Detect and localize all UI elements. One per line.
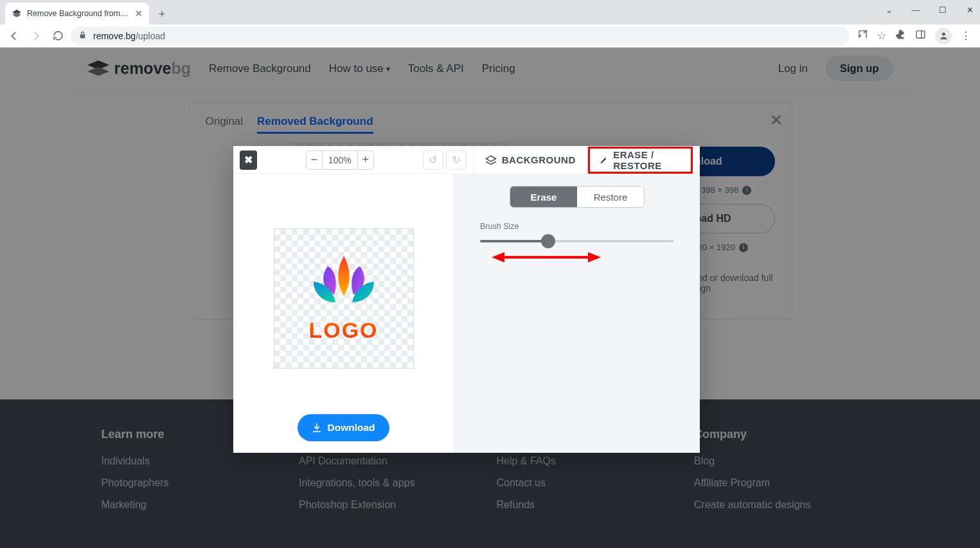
lotus-logo-graphic [296, 255, 392, 314]
minimize-icon[interactable]: ― [908, 5, 923, 15]
tool-panel: Erase Restore Brush Size [454, 174, 700, 453]
extensions-icon[interactable] [895, 29, 906, 42]
undo-button[interactable]: ↺ [423, 151, 443, 170]
tab-close-icon[interactable]: ✕ [135, 8, 143, 19]
toggle-restore[interactable]: Restore [577, 187, 644, 207]
svg-marker-8 [486, 156, 495, 161]
star-icon[interactable]: ☆ [877, 30, 886, 42]
chevron-down-icon[interactable]: ⌄ [881, 5, 896, 15]
kebab-menu-icon[interactable]: ⋮ [961, 30, 971, 42]
zoom-value: 100% [323, 151, 357, 170]
brush-icon [600, 154, 608, 166]
browser-tab[interactable]: Remove Background from Image ✕ [5, 3, 149, 24]
zoom-in-button[interactable]: + [357, 151, 374, 170]
layers-icon [485, 154, 497, 166]
brush-size-label: Brush Size [480, 222, 674, 231]
new-tab-button[interactable]: + [153, 5, 171, 23]
zoom-controls: − 100% + [306, 151, 374, 170]
editor-modal: ✖ − 100% + ↺ ↻ BACKGROUND ERASE / RESTOR… [233, 146, 700, 453]
sidepanel-icon[interactable] [915, 29, 926, 42]
toggle-erase[interactable]: Erase [510, 187, 577, 207]
editor-download-button[interactable]: Download [298, 414, 389, 441]
lock-icon [78, 31, 87, 41]
svg-marker-10 [492, 252, 504, 262]
svg-rect-2 [80, 34, 85, 38]
svg-marker-11 [588, 252, 601, 262]
slider-thumb[interactable] [541, 234, 555, 248]
back-button[interactable] [5, 27, 23, 45]
tab-favicon [12, 8, 22, 19]
tab-strip: Remove Background from Image ✕ + ⌄ ― ☐ ✕ [0, 0, 980, 24]
erase-restore-toggle: Erase Restore [510, 186, 645, 208]
toolbar-right-icons: ☆ ⋮ [853, 28, 975, 44]
brush-size-slider[interactable] [480, 235, 674, 248]
svg-point-5 [942, 33, 945, 36]
editor-toolbar: ✖ − 100% + ↺ ↻ BACKGROUND ERASE / RESTOR… [233, 146, 700, 174]
logo-text: LOGO [308, 318, 378, 343]
undo-redo-group: ↺ ↻ [423, 151, 467, 170]
editor-mode-tabs: BACKGROUND ERASE / RESTORE [473, 146, 693, 174]
window-controls: ⌄ ― ☐ ✕ [881, 0, 977, 19]
share-icon[interactable] [857, 29, 868, 42]
editor-close-button[interactable]: ✖ [240, 151, 257, 170]
canvas-panel: LOGO Download [233, 174, 454, 453]
maximize-icon[interactable]: ☐ [935, 5, 950, 15]
forward-button[interactable] [27, 27, 45, 45]
browser-chrome: Remove Background from Image ✕ + ⌄ ― ☐ ✕… [0, 0, 980, 48]
svg-marker-1 [12, 12, 21, 17]
redo-button[interactable]: ↻ [446, 151, 467, 170]
annotation-arrow [492, 248, 601, 267]
zoom-out-button[interactable]: − [306, 151, 323, 170]
address-bar[interactable]: remove.bg/upload [71, 26, 850, 46]
svg-rect-3 [916, 31, 925, 38]
browser-toolbar: remove.bg/upload ☆ ⋮ [0, 24, 980, 48]
profile-avatar[interactable] [935, 28, 952, 44]
download-icon [312, 423, 322, 433]
mode-erase-restore[interactable]: ERASE / RESTORE [587, 146, 693, 174]
tab-title: Remove Background from Image [27, 9, 130, 18]
reload-button[interactable] [49, 27, 67, 45]
mode-background[interactable]: BACKGROUND [473, 146, 587, 174]
close-window-icon[interactable]: ✕ [962, 5, 977, 15]
image-canvas[interactable]: LOGO [274, 228, 414, 369]
url-text: remove.bg/upload [93, 31, 165, 41]
